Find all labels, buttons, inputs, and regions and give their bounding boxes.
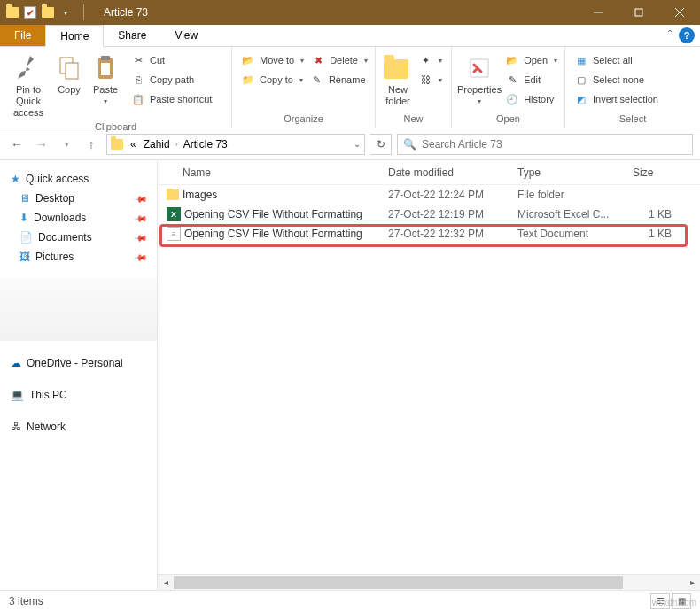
history-icon: 🕘 [505,92,519,106]
column-date[interactable]: Date modified [388,166,517,179]
breadcrumb[interactable]: « Zahid › Article 73 ⌄ [106,134,365,155]
select-all-button[interactable]: ▦Select all [571,50,662,70]
sidebar-item-documents[interactable]: 📄 Documents📌 [11,228,157,247]
column-name[interactable]: Name [158,166,388,179]
tab-file[interactable]: File [0,25,45,46]
horizontal-scrollbar[interactable]: ◂ ▸ [158,574,700,590]
select-none-button[interactable]: ▢Select none [571,70,662,89]
column-headers[interactable]: Name Date modified Type Size [158,160,700,185]
new-item-icon: ✦ [418,53,432,67]
pin-icon: 📌 [134,211,148,225]
column-type[interactable]: Type [517,166,633,179]
folder-icon [111,139,123,150]
scroll-thumb[interactable] [174,576,623,589]
qat-dropdown-icon[interactable]: ▾ [58,5,73,19]
breadcrumb-prefix[interactable]: « [127,135,140,154]
recent-locations-button[interactable]: ▾ [57,135,76,154]
list-item[interactable]: Images 27-Oct-22 12:24 PM File folder [158,185,700,205]
scroll-left-button[interactable]: ◂ [158,576,174,590]
sidebar-item-downloads[interactable]: ⬇ Downloads📌 [11,208,157,228]
pin-icon: 📌 [134,191,148,205]
navigation-pane: ★ Quick access 🖥 Desktop📌 ⬇ Downloads📌 📄… [0,160,158,590]
close-button[interactable] [659,0,700,25]
cut-button[interactable]: ✂ Cut [128,50,215,70]
invert-selection-icon: ◩ [574,92,588,106]
pin-label: Pin to Quick access [5,84,51,120]
blurred-region [0,279,157,341]
copy-to-icon: 📁 [241,73,255,87]
delete-button[interactable]: ✖ Delete▾ [307,50,371,70]
status-bar: 3 items ☰ ▦ [0,590,700,611]
invert-selection-button[interactable]: ◩Invert selection [571,89,662,109]
paste-shortcut-button[interactable]: 📋 Paste shortcut [128,89,215,109]
search-icon: 🔍 [403,138,416,151]
tab-view[interactable]: View [160,25,212,46]
copy-path-button[interactable]: ⎘ Copy path [128,70,215,89]
new-item-button[interactable]: ✦▾ [415,50,446,70]
address-dropdown-icon[interactable]: ⌄ [354,139,361,149]
breadcrumb-item[interactable]: Article 73 [180,135,231,154]
sidebar-item-onedrive[interactable]: ☁ OneDrive - Personal [11,353,157,373]
back-button[interactable]: ← [7,135,27,154]
sidebar-item-quick-access[interactable]: ★ Quick access [11,169,157,189]
ribbon: Pin to Quick access Copy Paste ▾ ✂ Cut ⎘… [0,47,700,128]
sidebar-item-network[interactable]: 🖧 Network [11,417,157,437]
history-button[interactable]: 🕘History [502,89,561,109]
sidebar-item-this-pc[interactable]: 💻 This PC [11,385,157,405]
breadcrumb-item[interactable]: Zahid [140,135,174,154]
easy-access-button[interactable]: ⛓▾ [415,70,446,89]
paste-shortcut-icon: 📋 [131,92,145,106]
sidebar-item-desktop[interactable]: 🖥 Desktop📌 [11,189,157,208]
move-to-button[interactable]: 📂 Move to▾ [237,50,307,70]
help-button[interactable]: ? [679,27,695,43]
watermark: wsxdn.com [652,598,696,607]
group-label: New [376,112,451,128]
group-label: Open [452,112,564,128]
search-input[interactable] [422,138,687,151]
pin-icon: 📌 [134,250,148,264]
desktop-icon: 🖥 [19,192,30,205]
list-item[interactable]: ≡Opening CSV File Without Formatting 27-… [158,224,700,244]
scroll-right-button[interactable]: ▸ [684,576,700,590]
copy-to-button[interactable]: 📁 Copy to▾ [237,70,307,89]
folder-icon [167,189,179,200]
copy-button[interactable]: Copy [51,50,87,96]
copy-label: Copy [58,84,81,96]
tab-strip: File Home Share View ⌃ ? [0,25,700,47]
properties-check-icon[interactable]: ✔ [23,5,37,19]
list-item[interactable]: XOpening CSV File Without Formatting 27-… [158,205,700,224]
select-none-icon: ▢ [574,73,588,87]
up-button[interactable]: ↑ [82,135,101,154]
pin-to-quick-access-button[interactable]: Pin to Quick access [5,50,51,120]
search-box[interactable]: 🔍 [397,134,693,155]
rename-button[interactable]: ✎ Rename [307,70,369,89]
maximize-button[interactable] [618,0,659,25]
easy-access-icon: ⛓ [418,73,432,87]
svg-rect-5 [66,63,78,79]
collapse-ribbon-icon[interactable]: ⌃ [666,28,673,38]
group-label: Organize [232,112,375,128]
refresh-button[interactable]: ↻ [370,134,392,155]
documents-icon: 📄 [19,231,33,244]
properties-button[interactable]: Properties▾ [457,50,502,106]
paste-button[interactable]: Paste ▾ [87,50,124,106]
quick-access-icon: ★ [11,173,20,185]
tab-share[interactable]: Share [104,25,160,46]
chevron-right-icon[interactable]: › [174,140,180,149]
tab-home[interactable]: Home [45,25,104,47]
new-folder-button[interactable]: New folder [381,50,415,107]
edit-button[interactable]: ✎Edit [502,70,561,89]
pin-icon: 📌 [134,230,148,244]
column-size[interactable]: Size [633,166,677,179]
sidebar-item-pictures[interactable]: 🖼 Pictures📌 [11,247,157,267]
pictures-icon: 🖼 [19,251,30,263]
edit-icon: ✎ [505,73,519,87]
forward-button[interactable]: → [32,135,51,154]
this-pc-icon: 💻 [11,389,24,401]
select-all-icon: ▦ [574,53,588,67]
excel-icon: X [167,207,181,221]
minimize-button[interactable] [578,0,618,25]
open-button[interactable]: 📂Open▾ [502,50,561,70]
delete-icon: ✖ [311,53,325,67]
open-icon: 📂 [505,53,519,67]
